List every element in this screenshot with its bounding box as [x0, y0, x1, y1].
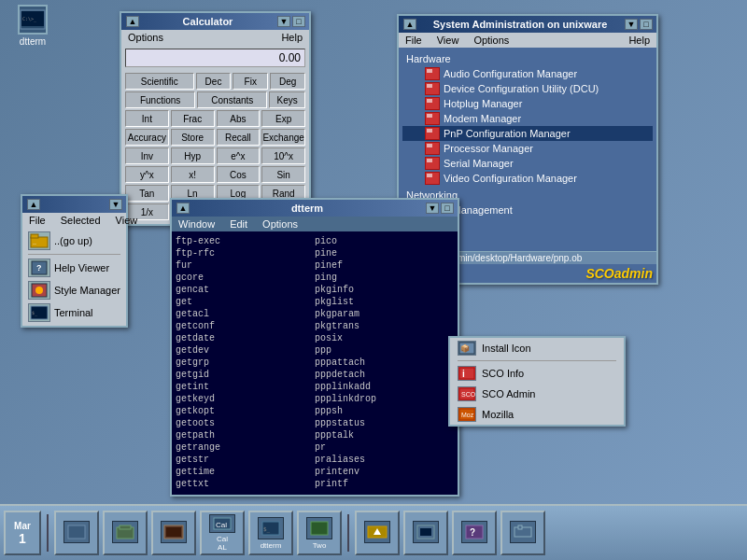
term-menu-options[interactable]: Options: [260, 217, 301, 231]
mozilla-item[interactable]: Moz Mozilla: [450, 404, 624, 425]
calc-keys-btn[interactable]: Keys: [269, 91, 305, 108]
taskbar-btn-1[interactable]: [54, 511, 99, 555]
tb-icon-5: $_: [258, 517, 284, 539]
sysadmin-maximize-btn[interactable]: □: [640, 19, 653, 30]
fm-menu-view[interactable]: View: [113, 214, 141, 227]
tr-9: posix: [315, 332, 454, 344]
fm-divider1: [28, 254, 120, 255]
calc-tan-btn[interactable]: Tan: [125, 185, 169, 202]
fm-item-stylemanager[interactable]: Style Manager: [24, 279, 124, 301]
calc-exp-btn[interactable]: Exp: [261, 110, 305, 127]
sysadmin-menu-file[interactable]: File: [402, 34, 425, 47]
taskbar-btn-7[interactable]: [355, 511, 400, 555]
terminal-columns: ftp-exec ftp-rfc fur gcore gencat get ge…: [176, 235, 454, 490]
svg-text:SCO: SCO: [461, 391, 475, 398]
svg-rect-37: [518, 525, 522, 529]
calc-fix-btn[interactable]: Fix: [233, 73, 268, 90]
calc-maximize-btn[interactable]: □: [292, 16, 305, 27]
fm-item-helpviewer[interactable]: ? Help Viewer: [24, 257, 124, 279]
audio-config-item[interactable]: Audio Configuration Manager: [402, 66, 653, 81]
tb-icon-9: ?: [461, 521, 487, 543]
taskbar-btn-8[interactable]: [403, 511, 448, 555]
taskbar-label-5: dtterm: [261, 541, 282, 550]
hotplug-item[interactable]: Hotplug Manager: [402, 96, 653, 111]
taskbar-day: 1: [19, 531, 26, 546]
calc-win-controls-right: ▼ □: [276, 16, 305, 27]
term-close-btn[interactable]: ▲: [176, 203, 190, 214]
calc-cos-btn[interactable]: Cos: [217, 166, 261, 183]
taskbar-btn-2[interactable]: [103, 511, 148, 555]
calc-menu-options[interactable]: Options: [125, 31, 166, 44]
term-maximize-btn[interactable]: □: [441, 203, 454, 214]
fm-menu-selected[interactable]: Selected: [58, 214, 104, 227]
fm-menu-file[interactable]: File: [26, 214, 49, 227]
calc-abs-btn[interactable]: Abs: [217, 110, 261, 127]
calc-constants-btn[interactable]: Constants: [197, 91, 267, 108]
processor-item[interactable]: Processor Manager: [402, 141, 653, 156]
taskbar-btn-9[interactable]: ?: [452, 511, 497, 555]
video-config-icon: [425, 172, 440, 185]
sysadmin-minimize-btn[interactable]: ▼: [625, 19, 638, 30]
term-menu-edit[interactable]: Edit: [227, 217, 250, 231]
svg-text:i: i: [462, 369, 465, 379]
hardware-folder[interactable]: Hardware: [402, 51, 653, 66]
calc-store-btn[interactable]: Store: [171, 129, 215, 146]
calc-ex-btn[interactable]: e^x: [217, 147, 261, 164]
terminal-right-col: pico pine pinef ping pkginfo pkglist pkg…: [315, 235, 454, 490]
calc-10x-btn[interactable]: 10^x: [261, 147, 305, 164]
calc-sin-btn[interactable]: Sin: [261, 166, 305, 183]
calc-frac-btn[interactable]: Frac: [171, 110, 215, 127]
tr-19: praliases: [315, 454, 454, 466]
modem-item[interactable]: Modem Manager: [402, 111, 653, 126]
taskbar-btn-3[interactable]: [151, 511, 196, 555]
tr-11: pppattach: [315, 357, 454, 369]
sco-info-item[interactable]: i SCO Info: [450, 363, 624, 384]
modem-icon: [425, 112, 440, 125]
calc-recall-btn[interactable]: Recall: [217, 129, 261, 146]
sco-admin-item[interactable]: SCO SCO Admin: [450, 384, 624, 404]
terminal-content[interactable]: ftp-exec ftp-rfc fur gcore gencat get ge…: [172, 231, 458, 491]
calc-yx-btn[interactable]: y^x: [125, 166, 169, 183]
taskbar-btn-6[interactable]: Two: [297, 511, 342, 555]
calc-int-btn[interactable]: Int: [125, 110, 169, 127]
calculator-display[interactable]: 0.00: [125, 49, 305, 67]
calc-functions-btn[interactable]: Functions: [125, 91, 195, 108]
calc-dec-btn[interactable]: Dec: [196, 73, 232, 90]
term-menu-window[interactable]: Window: [176, 217, 218, 231]
svg-text:$_: $_: [263, 525, 271, 533]
calc-xfact-btn[interactable]: x!: [171, 166, 215, 183]
pnp-item[interactable]: PnP Configuration Manager: [402, 126, 653, 141]
taskbar-btn-5[interactable]: $_ dtterm: [248, 511, 293, 555]
calc-row-math: Int Frac Abs Exp: [125, 110, 305, 127]
dtterm-desktop-icon[interactable]: C:\>_ dtterm: [5, 5, 61, 47]
sysadmin-menu-options[interactable]: Options: [471, 34, 512, 47]
sysadmin-close-btn[interactable]: ▲: [403, 19, 416, 30]
install-icon-item[interactable]: 📦 Install Icon: [450, 338, 624, 358]
video-config-item[interactable]: Video Configuration Manager: [402, 171, 653, 186]
calc-minimize-btn[interactable]: ▼: [277, 16, 290, 27]
taskbar-btn-10[interactable]: [500, 511, 545, 555]
calc-row-func: Functions Constants Keys: [125, 91, 305, 108]
fm-minimize-btn[interactable]: ▼: [109, 199, 122, 210]
calc-accuracy-btn[interactable]: Accuracy: [125, 129, 169, 146]
fm-close-btn[interactable]: ▲: [27, 199, 40, 210]
calc-close-btn[interactable]: ▲: [126, 16, 139, 27]
calc-inv-btn[interactable]: Inv: [125, 147, 169, 164]
tr-14: ppplinkdrop: [315, 393, 454, 405]
device-config-item[interactable]: Device Configuration Utility (DCU): [402, 81, 653, 96]
sysadmin-menu-help[interactable]: Help: [626, 34, 653, 47]
term-minimize-btn[interactable]: ▼: [426, 203, 439, 214]
taskbar-btn-4[interactable]: Cal CalAL: [200, 511, 245, 555]
tb-icon-6: [306, 517, 332, 539]
taskbar-label-4: CalAL: [217, 535, 228, 552]
calc-hyp-btn[interactable]: Hyp: [171, 147, 215, 164]
sysadmin-menu-view[interactable]: View: [434, 34, 462, 47]
calc-menu-help[interactable]: Help: [278, 31, 305, 44]
fm-item-up[interactable]: .. ..(go up): [24, 230, 124, 252]
calc-scientific-btn[interactable]: Scientific: [125, 73, 194, 90]
calc-deg-btn[interactable]: Deg: [270, 73, 305, 90]
serial-item[interactable]: Serial Manager: [402, 156, 653, 171]
fm-item-terminal[interactable]: $_ Terminal: [24, 301, 124, 324]
calc-row-mode: Scientific Dec Fix Deg: [125, 73, 305, 90]
calc-exchange-btn[interactable]: Exchange: [261, 129, 305, 146]
